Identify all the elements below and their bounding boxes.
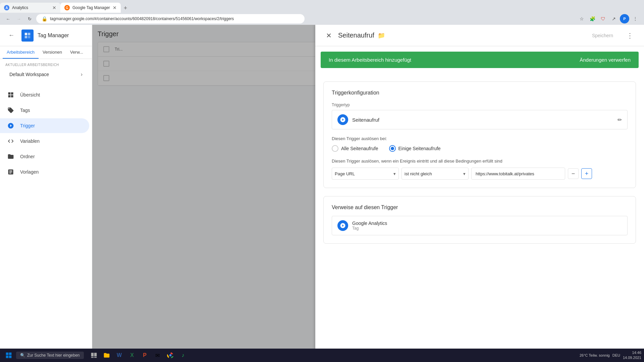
content-area: Trigger Tri... (92, 25, 644, 362)
svg-rect-8 (6, 353, 9, 355)
vorlagen-icon (7, 168, 15, 176)
language-text: DEU (612, 353, 620, 357)
more-options-button[interactable]: ⋮ (624, 29, 636, 42)
reference-item-google-analytics[interactable]: Google Analytics Tag (332, 216, 628, 235)
workspace-label: AKTUELLER ARBEITSBEREICH (5, 63, 87, 67)
search-placeholder-text: Zur Suche Text hier eingeben (27, 353, 80, 358)
trigger-type-row[interactable]: Seitenaufruf ✏ (332, 110, 628, 129)
radio-all-pages[interactable]: Alle Seitenaufrufe (332, 145, 378, 152)
sidebar-item-tags[interactable]: Tags (0, 103, 89, 118)
condition-value-input[interactable]: https://www.tobitalk.at/privates (471, 168, 565, 180)
save-button[interactable]: Speichern (584, 30, 621, 41)
sidebar-item-variablen[interactable]: Variablen (0, 134, 89, 148)
tab-versionen[interactable]: Versionen (39, 46, 66, 59)
ordner-icon (7, 153, 15, 161)
sidebar: ← Tag Manager Arbeitsbereich Versionen V… (0, 25, 92, 362)
taskbar-app-chrome[interactable] (164, 349, 176, 361)
sidebar-header: ← Tag Manager (0, 25, 92, 46)
forward-nav-button[interactable]: → (15, 15, 23, 23)
back-button[interactable]: ← (5, 29, 17, 42)
radio-group: Alle Seitenaufrufe Einige Seitenaufrufe (332, 145, 628, 152)
overlay-panel: ✕ Seitenaufruf 📁 Speichern ⋮ In diesem A… (315, 25, 644, 362)
trigger-icon (7, 122, 15, 130)
condition-field-chevron: ▾ (393, 171, 396, 176)
address-input[interactable]: 🔒 tagmanager.google.com/#/container/acco… (36, 14, 305, 23)
taskbar-time: 14:46 14.09.2021 (623, 350, 641, 361)
add-condition-button[interactable]: + (581, 168, 592, 179)
ref-name: Google Analytics (352, 221, 387, 226)
tab-verwaltung[interactable]: Verw... (66, 46, 87, 59)
sidebar-item-uebersicht[interactable]: Übersicht (0, 87, 89, 102)
tab-analytics[interactable]: A Analytics ✕ (0, 3, 60, 13)
back-nav-button[interactable]: ← (4, 15, 12, 23)
brand-name: Tag Manager (38, 33, 69, 39)
taskbar-app-mail[interactable]: ✉ (152, 349, 164, 361)
sidebar-item-trigger[interactable]: Trigger (0, 118, 89, 133)
condition-field-select[interactable]: Page URL ▾ (332, 168, 399, 180)
radio-some-pages[interactable]: Einige Seitenaufrufe (389, 145, 441, 152)
condition-operator-select[interactable]: ist nicht gleich ▾ (401, 168, 469, 180)
analytics-tab-close[interactable]: ✕ (52, 5, 56, 10)
success-banner: In diesem Arbeitsbereich hinzugefügt Änd… (321, 52, 639, 68)
tab-bar: A Analytics ✕ G Google Tag Manager ✕ + (0, 0, 644, 13)
svg-point-16 (169, 354, 171, 357)
radio-all-label: Alle Seitenaufrufe (341, 146, 378, 151)
gtm-tab-close[interactable]: ✕ (113, 5, 117, 10)
taskbar-app-word[interactable]: W (113, 349, 125, 361)
new-tab-button[interactable]: + (121, 3, 130, 13)
tab-gtm[interactable]: G Google Tag Manager ✕ (60, 3, 121, 13)
taskbar-app-spotify[interactable]: ♪ (177, 349, 189, 361)
tags-label: Tags (20, 108, 30, 113)
svg-rect-0 (25, 33, 27, 35)
extension-button[interactable]: 🧩 (588, 14, 597, 23)
folder-icon[interactable]: 📁 (378, 32, 385, 39)
ordner-label: Ordner (20, 154, 35, 159)
browser-chrome: A Analytics ✕ G Google Tag Manager ✕ + ←… (0, 0, 644, 25)
references-title: Verweise auf diesen Trigger (332, 204, 628, 210)
discard-link[interactable]: Änderungen verwerfen (580, 57, 631, 63)
ga-icon (337, 220, 348, 231)
workspace-item[interactable]: Default Workspace › (5, 69, 87, 80)
sidebar-item-vorlagen[interactable]: Vorlagen (0, 165, 89, 179)
radio-all-circle[interactable] (332, 145, 338, 152)
svg-rect-1 (28, 33, 30, 35)
taskbar-app-excel[interactable]: X (126, 349, 138, 361)
sidebar-nav-tabs: Arbeitsbereich Versionen Verw... (0, 46, 92, 59)
overlay: ✕ Seitenaufruf 📁 Speichern ⋮ In diesem A… (92, 25, 644, 362)
remove-condition-button[interactable]: − (568, 168, 579, 179)
tab-arbeitsbereich[interactable]: Arbeitsbereich (3, 46, 39, 59)
bookmark-button[interactable]: ☆ (577, 14, 586, 23)
plus-icon: + (585, 170, 589, 177)
address-text: tagmanager.google.com/#/container/accoun… (50, 16, 299, 21)
start-button[interactable] (3, 349, 15, 361)
edit-pencil-icon[interactable]: ✏ (618, 117, 622, 123)
workspace-section: AKTUELLER ARBEITSBEREICH Default Workspa… (0, 59, 92, 84)
taskbar-app-task-view[interactable] (88, 349, 100, 361)
condition-operator-value: ist nicht gleich (405, 171, 432, 176)
overlay-actions: Speichern ⋮ (584, 29, 636, 42)
svg-rect-2 (25, 36, 27, 38)
radio-some-circle[interactable] (389, 145, 396, 152)
close-button[interactable]: ✕ (323, 30, 334, 41)
taskbar-apps: W X P ✉ ♪ (88, 349, 189, 361)
minus-icon: − (572, 170, 575, 177)
extension3-button[interactable]: ↗ (609, 14, 619, 23)
taskbar-right: 26°C Teilw. sonnig DEU 14:46 14.09.2021 (580, 350, 641, 361)
brand-logo (21, 29, 34, 42)
overlay-title: Seitenaufruf 📁 (338, 32, 580, 39)
search-icon: 🔍 (20, 353, 25, 358)
taskbar-app-powerpoint[interactable]: P (139, 349, 151, 361)
extension2-button[interactable]: 🛡 (598, 14, 608, 23)
reload-button[interactable]: ↻ (25, 15, 34, 23)
taskbar-app-explorer[interactable] (101, 349, 113, 361)
taskbar-search[interactable]: 🔍 Zur Suche Text hier eingeben (16, 352, 84, 359)
ref-type: Tag (352, 226, 387, 231)
trigger-config-title: Triggerkonfiguration (332, 90, 628, 96)
menu-button[interactable]: ⋮ (631, 14, 640, 23)
uebersicht-label: Übersicht (20, 92, 40, 98)
date-text: 14.09.2021 (623, 355, 641, 360)
condition-field-value: Page URL (335, 171, 355, 176)
sidebar-item-ordner[interactable]: Ordner (0, 149, 89, 164)
overlay-spacer (92, 25, 315, 362)
profile-button[interactable]: P (620, 14, 629, 23)
